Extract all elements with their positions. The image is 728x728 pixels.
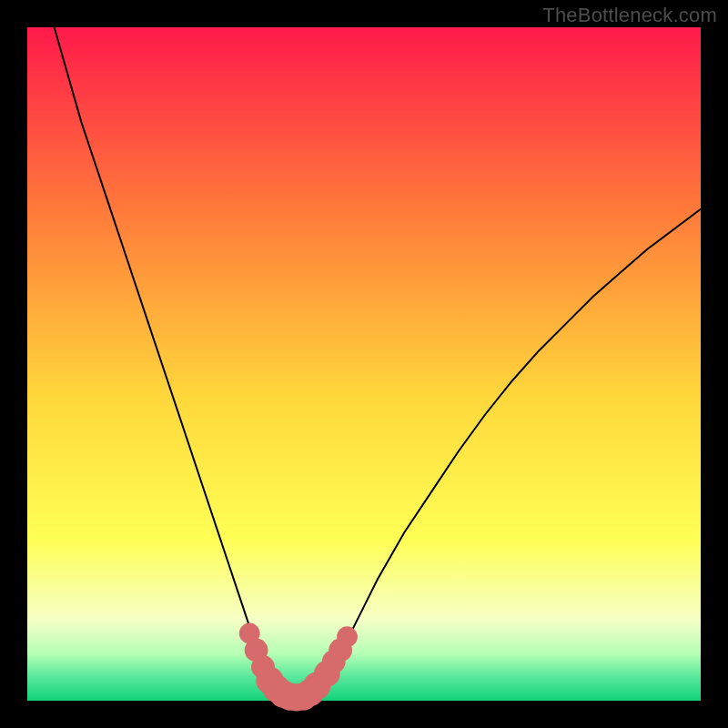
chart-stage: TheBottleneck.com <box>0 0 728 728</box>
plot-background <box>27 27 701 701</box>
highlighted-point <box>337 626 358 647</box>
watermark-label: TheBottleneck.com <box>542 4 717 27</box>
bottleneck-chart <box>0 0 728 728</box>
